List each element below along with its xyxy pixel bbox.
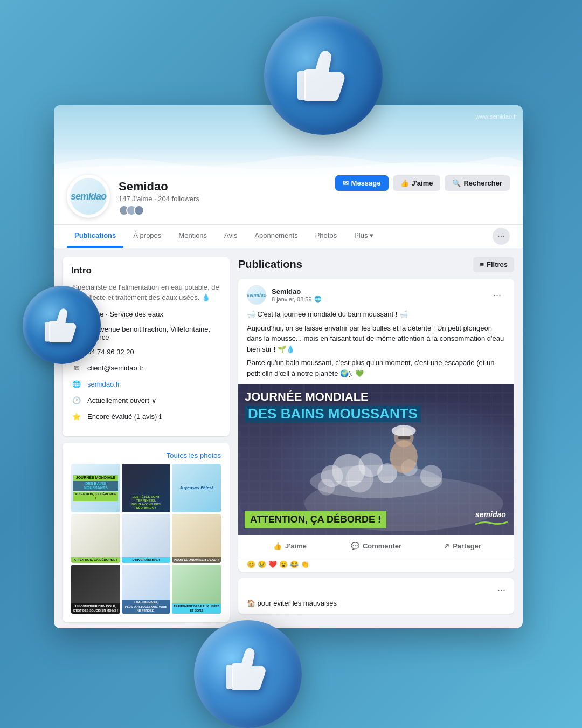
post-avatar: semidao [247,285,266,305]
feed-header: Publications ≡ Filtres [238,257,514,272]
photos-card: Toutes les photos JOURNÉE MONDIALE DES B… [63,443,230,622]
comment-icon: 💬 [351,542,359,550]
main-content: Intro Spécialiste de l'alimentation en e… [54,248,523,628]
post-card-2: ··· 🏠 pour éviter les mauvaises [238,578,514,614]
profile-section: semidao Semidao 147 J'aime · 204 followe… [54,175,523,225]
sidebar-website[interactable]: 🌐 semidao.fr [71,379,221,390]
search-button[interactable]: 🔍 Rechercher [445,175,510,191]
like-bubble-medium [23,286,101,364]
photo-cell-1[interactable]: JOURNÉE MONDIALE DES BAINS MOUSSANTS ATT… [71,464,120,513]
clock-icon: 🕐 [71,395,82,406]
feed-title: Publications [238,258,302,271]
post-preview-text: 🏠 pour éviter les mauvaises [247,599,505,607]
intro-title: Intro [71,265,221,276]
tab-more[interactable]: Plus ▾ [347,225,381,248]
post-date: 8 janvier, 08:59 🌐 [272,296,483,303]
post-actions: 👍 J'aime 💬 Commenter ↗ Partager [238,535,514,557]
photo-cell-4[interactable]: ATTENTION, ÇA DÉBORDE ! [71,514,120,563]
photo-cell-9[interactable]: TRAITEMENT DES EAUX USÉES ET BONS [172,565,221,614]
post-text: 🛁 C'est la journée mondiale du bain mous… [238,309,514,384]
share-icon: ↗ [444,542,449,550]
sidebar-hours[interactable]: 🕐 Actuellement ouvert ∨ [71,395,221,406]
profile-stats: 147 J'aime · 204 followers [119,195,199,203]
like-action-button[interactable]: 👍 J'aime [247,538,333,554]
post-reactions: 😊😢❤️😮😂👏 [238,557,514,572]
bath-brand-text: semidao [475,510,508,519]
tab-mentions[interactable]: Mentions [171,225,214,248]
photo-cell-2[interactable]: LES FÊTES SONT TERMINÉES,NOUS AVONS DES … [122,464,171,513]
bath-brand: semidao [475,510,508,528]
photo-cell-7[interactable]: UN COMPTEUR BIEN ISOLÉ,C'EST DES SOUCIS … [71,565,120,614]
photo-cell-6[interactable]: POUR ÉCONOMISER L'EAU ? [172,514,221,563]
website-url: www.semidao.fr [475,113,517,120]
svg-rect-1 [45,322,50,341]
sidebar-email: ✉ client@semidao.fr [71,363,221,374]
tab-abonnements[interactable]: Abonnements [247,225,305,248]
search-icon: 🔍 [452,179,461,187]
avatar-text: semidao [71,191,106,202]
globe-small-icon: 🌐 [314,296,322,303]
profile-info: Semidao 147 J'aime · 204 followers [119,180,199,218]
like-bubble-large [264,16,383,135]
filter-button[interactable]: ≡ Filtres [473,257,514,272]
tab-avis[interactable]: Avis [217,225,245,248]
comment-action-button[interactable]: 💬 Commenter [333,538,419,554]
like-action-icon: 👍 [273,542,282,550]
tab-publications[interactable]: Publications [67,225,123,248]
tab-apropos[interactable]: À propos [126,225,169,248]
post-image: JOURNÉE MONDIALE DES BAINS MOUSSANTS ATT… [238,384,514,535]
photo-cell-3[interactable]: Joyeuses Fêtes! [172,464,221,513]
post-card-1: semidao Semidao 8 janvier, 08:59 🌐 ··· 🛁… [238,279,514,572]
thumbs-up-icon: 👍 [400,179,409,187]
post-author: Semidao [272,287,483,296]
post-preview-more[interactable]: ··· [247,585,505,596]
bath-scene-background: JOURNÉE MONDIALE DES BAINS MOUSSANTS ATT… [238,384,514,535]
sidebar-phone: 📞 04 74 96 32 20 [71,347,221,358]
photo-grid: JOURNÉE MONDIALE DES BAINS MOUSSANTS ATT… [71,464,221,614]
share-action-button[interactable]: ↗ Partager [419,538,505,554]
post-more-button[interactable]: ··· [489,287,505,303]
svg-rect-2 [226,665,233,689]
bath-title-line1: JOURNÉE MONDIALE [245,390,508,403]
like-bubble-bottom [194,620,302,728]
post-meta: Semidao 8 janvier, 08:59 🌐 [272,287,483,303]
svg-rect-0 [297,71,306,100]
star-icon: ⭐ [71,411,82,422]
nav-tabs: Publications À propos Mentions Avis Abon… [54,225,523,248]
browser-window: semidao Semidao 147 J'aime · 204 followe… [54,105,523,628]
intro-description: Spécialiste de l'alimentation en eau pot… [71,283,221,302]
profile-name: Semidao [119,180,199,194]
profile-followers [119,205,199,216]
bath-title-line2: DES BAINS MOUSSANTS [245,405,421,423]
profile-actions: ✉ Message 👍 J'aime 🔍 Rechercher [335,175,510,195]
profile-avatar: semidao [67,175,110,218]
right-feed: Publications ≡ Filtres semidao Semidao 8… [238,257,514,622]
filter-icon: ≡ [480,260,484,269]
email-icon: ✉ [71,363,82,374]
photo-cell-5[interactable]: L'HIVER ARRIVE ! [122,514,171,563]
all-photos-link[interactable]: Toutes les photos [71,451,221,459]
photo-cell-8[interactable]: L'EAU EN HIVER,PLUS D'ASTUCES QUE VOUS N… [122,565,171,614]
bath-warning-text: ATTENTION, ÇA DÉBORDE ! [245,511,386,528]
tab-photos[interactable]: Photos [308,225,344,248]
bath-bottom-overlay: ATTENTION, ÇA DÉBORDE ! [238,504,514,535]
like-button[interactable]: 👍 J'aime [393,175,441,191]
sidebar-rating: ⭐ Encore évalué (1 avis) ℹ [71,411,221,422]
globe-icon: 🌐 [71,379,82,390]
messenger-icon: ✉ [343,179,349,187]
follower-avatar [134,205,144,216]
bath-overlay-top: JOURNÉE MONDIALE DES BAINS MOUSSANTS [238,384,514,429]
nav-more-button[interactable]: ··· [493,228,510,245]
post-header: semidao Semidao 8 janvier, 08:59 🌐 ··· [238,279,514,309]
message-button[interactable]: ✉ Message [335,175,389,191]
